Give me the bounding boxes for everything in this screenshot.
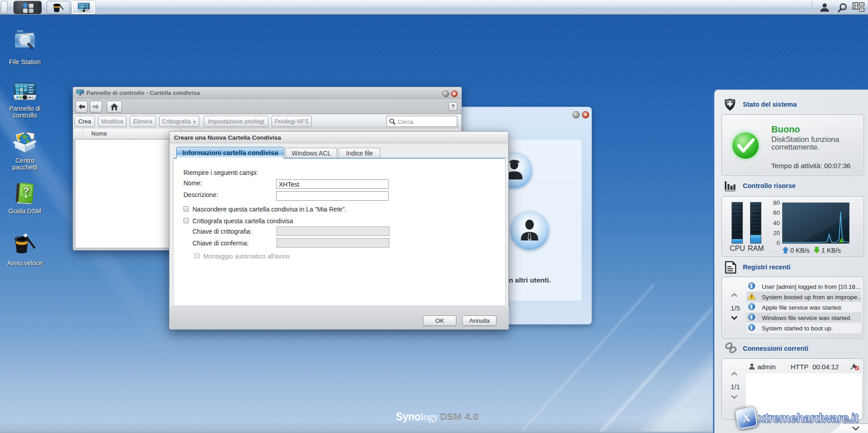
svg-text:?: ? (23, 185, 29, 196)
